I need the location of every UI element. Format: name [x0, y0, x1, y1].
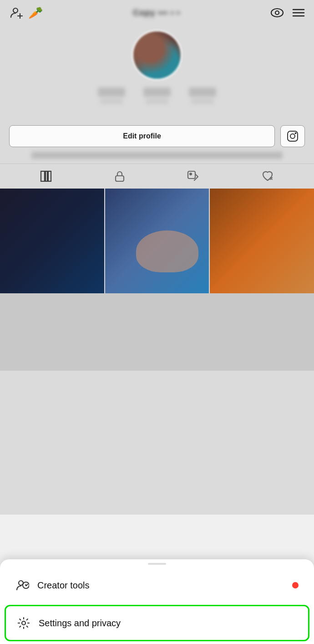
action-buttons: Edit profile: [0, 125, 314, 147]
avatar-image: [133, 31, 181, 79]
username-display: Copy ••• • •: [133, 8, 180, 18]
svg-point-10: [295, 133, 296, 134]
followers-count: [143, 87, 171, 97]
svg-rect-12: [46, 171, 47, 181]
svg-rect-11: [41, 171, 45, 181]
add-user-icon[interactable]: [9, 5, 24, 20]
top-nav: 🥕 Copy ••• • •: [0, 0, 314, 26]
svg-point-3: [271, 9, 283, 17]
photos-grid: [0, 189, 314, 293]
stats-row: [98, 87, 216, 104]
svg-point-9: [290, 134, 295, 138]
svg-point-4: [275, 11, 279, 15]
following-count: [98, 87, 125, 97]
followers-label: [146, 98, 168, 104]
photo-cell-1[interactable]: [0, 189, 104, 293]
eye-icon[interactable]: [270, 8, 284, 18]
content-tab-bar: [0, 164, 314, 189]
profile-section: [0, 26, 314, 121]
creator-tools-item[interactable]: Creator tools: [5, 568, 309, 602]
svg-point-0: [13, 8, 18, 13]
creator-tools-label: Creator tools: [37, 580, 90, 591]
likes-label: [191, 98, 214, 104]
svg-point-16: [190, 173, 192, 175]
instagram-icon: [287, 130, 299, 142]
photo-cell-2[interactable]: [105, 189, 209, 293]
svg-rect-14: [116, 176, 124, 181]
svg-point-19: [22, 621, 25, 625]
photo-cell-3[interactable]: [210, 189, 314, 293]
svg-rect-13: [48, 171, 51, 181]
following-label: [100, 98, 123, 104]
hamburger-menu-icon[interactable]: [292, 8, 305, 18]
top-nav-right: [270, 8, 305, 18]
creator-tools-badge: [292, 582, 299, 588]
empty-area: [0, 293, 314, 371]
tab-lock-icon[interactable]: [114, 170, 125, 182]
carrot-icon: 🥕: [28, 6, 43, 20]
stat-likes: [189, 87, 216, 104]
tab-tag-icon[interactable]: [187, 170, 199, 182]
stat-following: [98, 87, 125, 104]
instagram-button[interactable]: [280, 125, 305, 147]
username-text: Copy ••• • •: [133, 8, 180, 17]
avatar: [132, 30, 182, 80]
tab-liked-icon[interactable]: [261, 170, 274, 182]
sheet-handle: [148, 563, 166, 565]
settings-privacy-label: Settings and privacy: [39, 618, 121, 629]
tab-grid-icon[interactable]: [40, 170, 52, 182]
likes-count: [189, 87, 216, 97]
creator-tools-icon: [15, 578, 29, 592]
edit-profile-button[interactable]: Edit profile: [9, 125, 275, 147]
stat-followers: [143, 87, 171, 104]
bio-text: [31, 152, 283, 159]
bottom-sheet: Creator tools Settings and privacy: [0, 559, 314, 644]
settings-privacy-item[interactable]: Settings and privacy: [5, 605, 309, 641]
settings-icon: [17, 616, 30, 630]
top-nav-left: 🥕: [9, 5, 43, 20]
